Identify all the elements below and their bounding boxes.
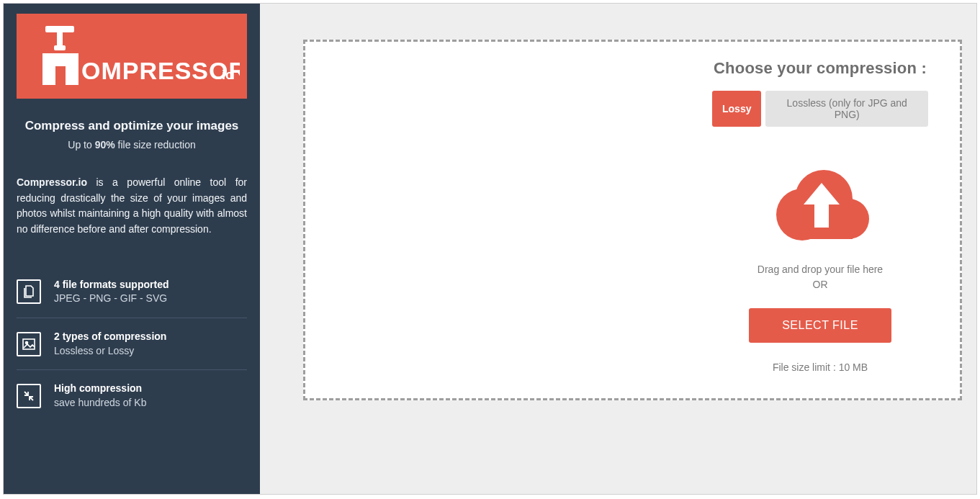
- lossless-button[interactable]: Lossless (only for JPG and PNG): [765, 91, 928, 127]
- logo[interactable]: OMPRESSOR .io: [17, 14, 247, 99]
- sidebar: OMPRESSOR .io Compress and optimize your…: [4, 4, 260, 494]
- svg-text:.io: .io: [218, 68, 233, 82]
- dropzone[interactable]: Choose your compression : Lossy Lossless…: [303, 40, 962, 400]
- choose-heading: Choose your compression :: [712, 59, 928, 78]
- description: Compressor.io is a powerful online tool …: [17, 175, 247, 238]
- compression-toggle: Lossy Lossless (only for JPG and PNG): [712, 91, 928, 127]
- feature-compression: High compression save hundreds of Kb: [17, 370, 247, 421]
- select-file-button[interactable]: SELECT FILE: [749, 308, 891, 343]
- compress-icon: [17, 384, 41, 408]
- lossy-button[interactable]: Lossy: [712, 91, 761, 127]
- files-icon: [17, 279, 41, 304]
- feature-list: 4 file formats supported JPEG - PNG - GI…: [17, 266, 247, 422]
- image-icon: [17, 332, 41, 356]
- feature-formats: 4 file formats supported JPEG - PNG - GI…: [17, 266, 247, 318]
- feature-types: 2 types of compression Lossless or Lossy: [17, 318, 247, 370]
- tagline: Compress and optimize your images: [17, 119, 247, 133]
- svg-rect-0: [45, 26, 74, 32]
- sub-tagline: Up to 90% file size reduction: [17, 139, 247, 150]
- file-size-limit: File size limit : 10 MB: [712, 361, 928, 373]
- upload-cloud-icon: [712, 163, 928, 249]
- svg-rect-1: [57, 32, 63, 47]
- main-area: Choose your compression : Lossy Lossless…: [260, 4, 976, 494]
- drag-drop-text: Drag and drop your file here OR: [712, 262, 928, 292]
- svg-rect-2: [54, 45, 66, 50]
- svg-text:OMPRESSOR: OMPRESSOR: [81, 57, 240, 84]
- svg-rect-5: [23, 339, 35, 349]
